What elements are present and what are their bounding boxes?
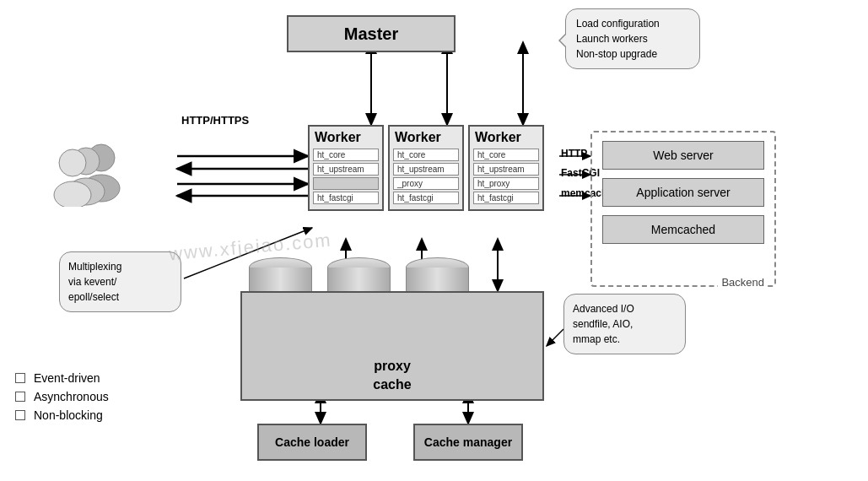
multiplex-text: Multiplexingvia kevent/epoll/select [68,261,121,303]
cache-loader-label: Cache loader [275,435,349,449]
master-box: Master [287,15,456,52]
http-https-label: HTTP/HTTPS [181,114,249,127]
worker3-module-4: ht_fastcgi [473,192,539,204]
worker1-module-3 [313,177,379,190]
worker1-module-1: ht_core [313,149,379,161]
worker-title-1: Worker [310,127,382,147]
cache-loader-box: Cache loader [257,424,367,461]
proxy-cache-label: proxy [374,359,411,374]
worker-title-3: Worker [470,127,542,147]
legend-item-3: Non-blocking [15,408,109,422]
svg-point-23 [59,149,86,176]
http-label: HTTP [561,148,587,159]
worker-title-2: Worker [390,127,462,147]
backend-container: Web server Application server Memcached … [590,131,776,287]
worker2-module-2: ht_upstream [393,163,459,176]
speech-line2: Launch workers [576,33,648,45]
speech-line3: Non-stop upgrade [576,48,657,60]
memcached-box: Memcached [602,215,764,244]
web-server-box: Web server [602,141,764,170]
multiplex-bubble: Multiplexingvia kevent/epoll/select [59,251,181,312]
worker3-module-2: ht_upstream [473,163,539,176]
proxy-cache-area: proxy cache [240,291,544,401]
worker3-module-3: ht_proxy [473,177,539,190]
cache-manager-label: Cache manager [424,435,512,449]
worker-box-3: Worker ht_core ht_upstream ht_proxy ht_f… [468,125,544,211]
legend-square-2 [15,392,25,402]
app-server-box: Application server [602,178,764,207]
legend-label-1: Event-driven [34,371,100,385]
master-label: Master [344,24,398,44]
adv-io-text: Advanced I/Osendfile, AIO,mmap etc. [573,303,634,345]
worker1-module-4: ht_fastcgi [313,192,379,204]
svg-line-16 [547,329,563,346]
legend-label-3: Non-blocking [34,408,103,422]
worker2-module-3: _proxy [393,177,459,190]
worker-box-1: Worker ht_core ht_upstream ht_fastcgi [308,125,384,211]
legend-square-1 [15,373,25,383]
speech-line1: Load configuration [576,18,660,30]
speech-bubble: Load configuration Launch workers Non-st… [565,8,700,69]
legend-item-1: Event-driven [15,371,109,385]
svg-point-24 [54,181,91,207]
legend: Event-driven Asynchronous Non-blocking [15,371,109,427]
worker1-module-2: ht_upstream [313,163,379,176]
cache-manager-box: Cache manager [413,424,523,461]
backend-label: Backend [718,276,768,289]
legend-square-3 [15,410,25,420]
legend-label-2: Asynchronous [34,390,109,403]
diagram-container: Master Load configuration Launch workers… [0,0,868,481]
worker2-module-4: ht_fastcgi [393,192,459,204]
users-icon [51,139,127,207]
worker3-module-1: ht_core [473,149,539,161]
worker2-module-1: ht_core [393,149,459,161]
legend-item-2: Asynchronous [15,390,109,403]
adv-io-bubble: Advanced I/Osendfile, AIO,mmap etc. [563,294,686,354]
proxy-cache-label2: cache [373,377,411,392]
worker-box-2: Worker ht_core ht_upstream _proxy ht_fas… [388,125,464,211]
